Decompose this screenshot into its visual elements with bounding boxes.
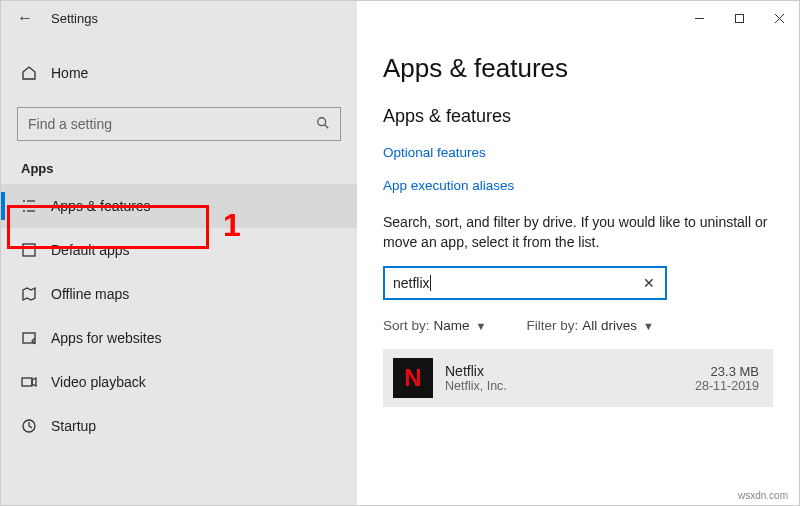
close-button[interactable]	[759, 7, 799, 29]
back-icon[interactable]: ←	[17, 9, 33, 27]
app-publisher: Netflix, Inc.	[445, 379, 683, 393]
sidebar-item-apps-features[interactable]: Apps & features	[1, 184, 357, 228]
sidebar-item-label: Startup	[51, 418, 96, 434]
filter-label: Filter by:	[526, 318, 578, 333]
map-icon	[21, 286, 37, 302]
default-apps-icon	[21, 242, 37, 258]
page-title: Apps & features	[383, 53, 773, 84]
sidebar-item-video-playback[interactable]: Video playback	[1, 360, 357, 404]
svg-line-1	[325, 124, 329, 128]
app-size: 23.3 MB	[711, 364, 759, 379]
home-icon	[21, 65, 37, 81]
sidebar-item-default-apps[interactable]: Default apps	[1, 228, 357, 272]
sidebar-item-label: Default apps	[51, 242, 130, 258]
svg-point-0	[318, 117, 326, 125]
watermark: wsxdn.com	[734, 489, 792, 502]
svg-marker-12	[32, 378, 36, 386]
app-name: Netflix	[445, 363, 683, 379]
sort-value: Name	[434, 318, 470, 333]
chevron-down-icon: ▼	[476, 320, 487, 332]
search-icon	[316, 116, 330, 133]
sort-by-dropdown[interactable]: Sort by: Name ▼	[383, 318, 486, 333]
sort-label: Sort by:	[383, 318, 430, 333]
section-description: Search, sort, and filter by drive. If yo…	[383, 213, 773, 252]
maximize-button[interactable]	[719, 7, 759, 29]
filter-by-dropdown[interactable]: Filter by: All drives ▼	[526, 318, 653, 333]
sidebar-item-apps-websites[interactable]: Apps for websites	[1, 316, 357, 360]
sidebar-item-label: Apps for websites	[51, 330, 162, 346]
annotation-number-1: 1	[223, 207, 241, 244]
app-list-item[interactable]: N Netflix Netflix, Inc. 23.3 MB 28-11-20…	[383, 349, 773, 407]
find-setting-search[interactable]	[17, 107, 341, 141]
websites-icon	[21, 330, 37, 346]
app-search-field[interactable]: netflix ✕	[383, 266, 667, 300]
filter-value: All drives	[582, 318, 637, 333]
sidebar-item-offline-maps[interactable]: Offline maps	[1, 272, 357, 316]
svg-rect-15	[735, 14, 743, 22]
startup-icon	[21, 418, 37, 434]
sidebar-item-label: Apps & features	[51, 198, 151, 214]
video-icon	[21, 374, 37, 390]
link-optional-features[interactable]: Optional features	[383, 145, 773, 160]
find-setting-input[interactable]	[28, 116, 316, 132]
sidebar-item-label: Video playback	[51, 374, 146, 390]
link-app-execution-aliases[interactable]: App execution aliases	[383, 178, 773, 193]
sidebar-item-startup[interactable]: Startup	[1, 404, 357, 448]
app-search-value: netflix	[393, 275, 430, 291]
sidebar-category: Apps	[1, 141, 357, 184]
nav-home[interactable]: Home	[1, 53, 357, 93]
svg-rect-11	[22, 378, 32, 386]
minimize-button[interactable]	[679, 7, 719, 29]
window-title: Settings	[51, 11, 98, 26]
chevron-down-icon: ▼	[643, 320, 654, 332]
app-date: 28-11-2019	[695, 379, 759, 393]
section-title: Apps & features	[383, 106, 773, 127]
app-logo-netflix: N	[393, 358, 433, 398]
nav-home-label: Home	[51, 65, 88, 81]
svg-rect-8	[23, 244, 35, 256]
sidebar-item-label: Offline maps	[51, 286, 129, 302]
list-icon	[21, 198, 37, 214]
text-caret	[430, 275, 431, 291]
clear-search-icon[interactable]: ✕	[641, 275, 657, 291]
